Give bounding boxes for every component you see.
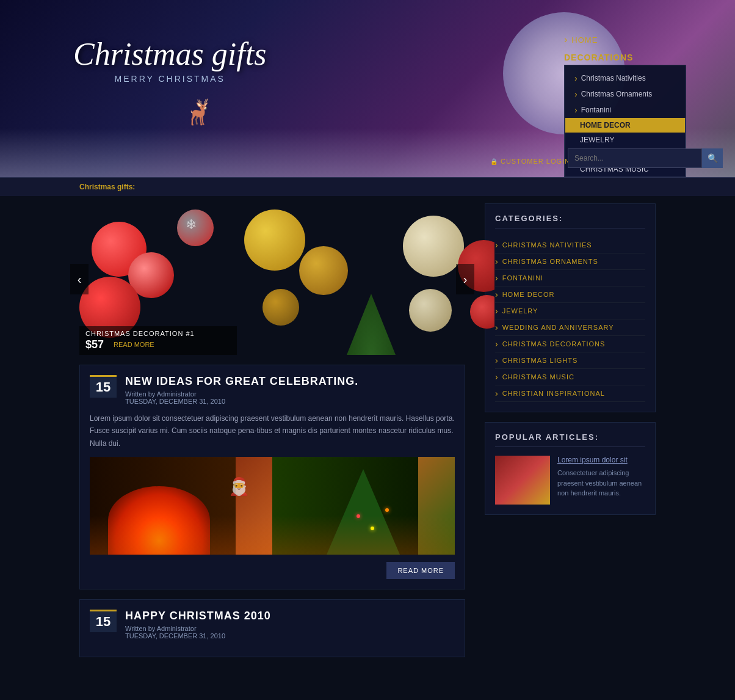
article-2: 15 HAPPY CHRISTMAS 2010 Written by Admin…	[79, 599, 465, 657]
search-button[interactable]: 🔍	[702, 148, 723, 168]
article-1-title: NEW IDEAS FOR GREAT CELEBRATING.	[125, 375, 358, 388]
slider-prev-btn[interactable]: ‹	[70, 264, 89, 294]
category-christmas-music[interactable]: CHRISTMAS MUSIC	[495, 369, 645, 385]
search-bar: 🔍	[568, 148, 723, 168]
ornament-gold-3	[262, 289, 299, 326]
nav-item-fontanini[interactable]: Fontanini	[565, 102, 686, 118]
nav-home[interactable]: HOME	[564, 31, 723, 49]
read-more-button[interactable]: READ MORE	[386, 562, 455, 579]
category-wedding-anniversary[interactable]: WEDDING AND ANNIVERSARY	[495, 319, 645, 336]
popular-articles-box: POPULAR ARTICLES: Lorem ipsum dolor sit …	[485, 422, 656, 515]
pine-decoration	[347, 294, 396, 355]
santa-icon: 🦌	[183, 98, 214, 126]
slide-1: CHRISTMAS DECORATION #1 $57 READ MORE	[79, 203, 237, 355]
content-area: CHRISTMAS DECORATION #1 $57 READ MORE	[79, 203, 465, 667]
slider-section: CHRISTMAS DECORATION #1 $57 READ MORE	[79, 203, 465, 355]
nav-submenu-home-decor[interactable]: HOME DECOR	[565, 118, 685, 133]
article-1-author: Written by Administrator	[125, 390, 358, 398]
subheader-label: Christmas gifts:	[79, 183, 135, 191]
santa-in-image: 🎅	[228, 476, 250, 497]
category-christmas-nativities[interactable]: CHRISTMAS NATIVITIES	[495, 237, 645, 253]
nav-submenu: HOME DECOR JEWELRY CHRISTMAS LIGHTS CHRI…	[565, 118, 686, 177]
article-1-image: 🎅	[90, 457, 455, 555]
article-1-body: Lorem ipsum dolor sit consectetuer adipi…	[90, 412, 455, 450]
ornament-silver-2	[409, 289, 452, 332]
ornament-gold-1	[244, 210, 305, 271]
ornament-red-2	[470, 295, 494, 329]
article-1-meta: NEW IDEAS FOR GREAT CELEBRATING. Written…	[125, 375, 358, 405]
slide-1-price: $57	[85, 338, 104, 351]
slide-2	[238, 203, 396, 355]
nav-item-nativities[interactable]: Christmas Nativities	[565, 70, 686, 86]
popular-articles-title: POPULAR ARTICLES:	[495, 432, 645, 447]
header: Christmas gifts MERRY CHRISTMAS 🦌 HOME D…	[0, 0, 735, 177]
article-2-date: TUESDAY, DECEMBER 31, 2010	[125, 632, 271, 640]
popular-article-title[interactable]: Lorem ipsum dolor sit	[557, 456, 645, 464]
popular-article-1: Lorem ipsum dolor sit Consectetuer adipi…	[495, 456, 645, 505]
article-1-date: TUESDAY, DECEMBER 31, 2010	[125, 398, 358, 405]
search-input[interactable]	[568, 148, 702, 168]
categories-title: CATEGORIES:	[495, 214, 645, 228]
nav-submenu-jewelry[interactable]: JEWELRY	[565, 133, 685, 147]
sidebar: CATEGORIES: CHRISTMAS NATIVITIES CHRISTM…	[485, 203, 656, 667]
site-logo[interactable]: Christmas gifts	[73, 37, 266, 71]
popular-article-thumb	[495, 456, 550, 505]
article-2-meta: HAPPY CHRISTMAS 2010 Written by Administ…	[125, 610, 271, 640]
page-layout: CHRISTMAS DECORATION #1 $57 READ MORE	[79, 203, 656, 667]
article-2-date-badge: 15	[90, 610, 117, 632]
category-home-decor[interactable]: HOME DECOR	[495, 286, 645, 303]
nav-decorations: DECORATIONS	[564, 49, 723, 65]
categories-box: CATEGORIES: CHRISTMAS NATIVITIES CHRISTM…	[485, 203, 656, 412]
fireplace-scene: 🎅	[90, 457, 455, 555]
ornament-4	[177, 210, 214, 246]
article-1-header: 15 NEW IDEAS FOR GREAT CELEBRATING. Writ…	[90, 375, 455, 405]
slide-1-read-more[interactable]: READ MORE	[114, 341, 154, 348]
logo-area: Christmas gifts MERRY CHRISTMAS	[73, 37, 266, 84]
category-christmas-decorations[interactable]: CHRISTMAS DECORATIONS	[495, 336, 645, 352]
glow-effect	[90, 516, 455, 555]
article-1-date-badge: 15	[90, 375, 117, 398]
article-2-author: Written by Administrator	[125, 625, 271, 632]
slide-2-visual	[238, 203, 396, 355]
article-2-title: HAPPY CHRISTMAS 2010	[125, 610, 271, 622]
category-fontanini[interactable]: FONTANINI	[495, 270, 645, 286]
article-1-footer: READ MORE	[90, 562, 455, 579]
customer-login-link[interactable]: CUSTOMER LOGIN	[490, 158, 570, 165]
category-christmas-lights[interactable]: CHRISTMAS LIGHTS	[495, 352, 645, 369]
slide-1-title: CHRISTMAS DECORATION #1	[85, 330, 231, 337]
slider-container: CHRISTMAS DECORATION #1 $57 READ MORE	[79, 203, 494, 355]
category-christian-inspirational[interactable]: CHRISTIAN INSPIRATIONAL	[495, 385, 645, 402]
slide-1-caption: CHRISTMAS DECORATION #1 $57 READ MORE	[79, 326, 237, 355]
slide-3-visual	[397, 203, 494, 355]
subheader: Christmas gifts:	[0, 177, 735, 196]
popular-article-desc: Consectetuer adipiscing praesent vestibu…	[557, 468, 645, 498]
slide-3	[397, 203, 494, 355]
nav-item-ornaments[interactable]: Christmas Ornaments	[565, 86, 686, 102]
ornament-gold-2	[299, 246, 348, 295]
article-2-header: 15 HAPPY CHRISTMAS 2010 Written by Admin…	[90, 610, 455, 640]
ornament-silver-1	[403, 216, 464, 277]
category-christmas-ornaments[interactable]: CHRISTMAS ORNAMENTS	[495, 253, 645, 270]
category-jewelry[interactable]: JEWELRY	[495, 303, 645, 319]
site-subtitle: MERRY CHRISTMAS	[73, 74, 266, 84]
popular-article-text: Lorem ipsum dolor sit Consectetuer adipi…	[557, 456, 645, 505]
article-1: 15 NEW IDEAS FOR GREAT CELEBRATING. Writ…	[79, 365, 465, 589]
slider-next-btn[interactable]: ›	[456, 264, 474, 294]
